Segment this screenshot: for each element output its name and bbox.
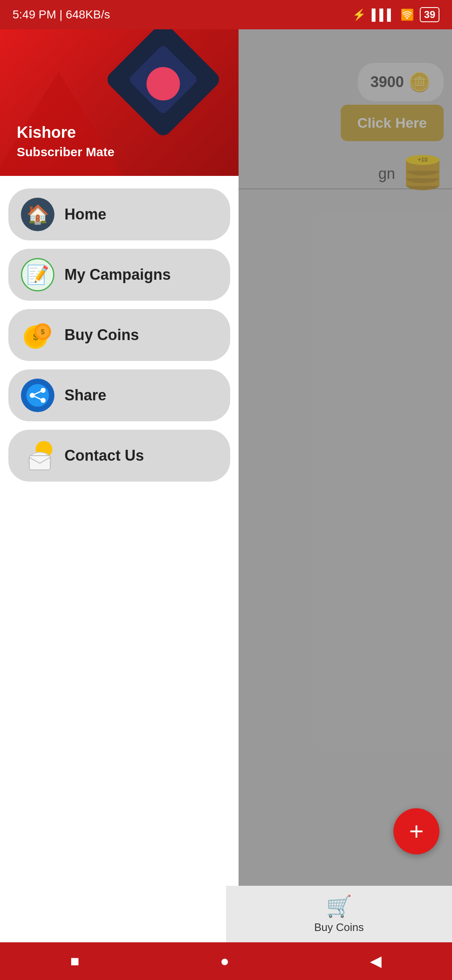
- drawer-username: Kishore: [17, 124, 76, 142]
- share-icon: [21, 379, 54, 412]
- buy-coins-nav-label: Buy Coins: [314, 921, 364, 934]
- menu-item-contact[interactable]: Contact Us: [8, 430, 230, 482]
- signal-icon: ▌▌▌: [372, 8, 395, 21]
- menu-item-buy-coins[interactable]: $ $ Buy Coins: [8, 309, 230, 361]
- record-button-decoration: [146, 67, 180, 101]
- home-icon: 🏠: [21, 198, 54, 231]
- cart-icon: 🛒: [326, 894, 352, 918]
- back-button[interactable]: ◀: [370, 952, 382, 970]
- share-svg: [26, 384, 49, 407]
- home-icon-glyph: 🏠: [26, 204, 49, 225]
- campaigns-icon: 📝: [21, 258, 54, 291]
- android-nav-bar: ■ ● ◀: [0, 942, 452, 980]
- navigation-drawer: Kishore Subscriber Mate 🏠 Home 📝 My Camp…: [0, 29, 239, 980]
- status-time: 5:49 PM | 648KB/s: [13, 8, 110, 21]
- coins-icon: $ $: [21, 318, 54, 352]
- share-label: Share: [64, 387, 106, 404]
- fab-button[interactable]: +: [393, 808, 439, 854]
- contact-label: Contact Us: [64, 447, 144, 464]
- contact-svg: [21, 439, 54, 472]
- home-button[interactable]: ●: [220, 952, 229, 970]
- coins-svg: $ $: [21, 318, 54, 352]
- fab-icon: +: [409, 819, 424, 844]
- drawer-menu: 🏠 Home 📝 My Campaigns $: [0, 176, 239, 980]
- campaigns-label: My Campaigns: [64, 266, 171, 284]
- svg-text:$: $: [41, 328, 45, 335]
- menu-item-campaigns[interactable]: 📝 My Campaigns: [8, 249, 230, 301]
- status-icons: ⚡ ▌▌▌ 🛜 39: [352, 7, 439, 22]
- campaigns-icon-glyph: 📝: [26, 264, 49, 286]
- status-bar: 5:49 PM | 648KB/s ⚡ ▌▌▌ 🛜 39: [0, 0, 452, 29]
- home-label: Home: [64, 206, 106, 223]
- menu-item-home[interactable]: 🏠 Home: [8, 188, 230, 240]
- bottom-nav[interactable]: 🛒 Buy Coins: [226, 886, 452, 942]
- bottom-nav-buy-coins[interactable]: 🛒 Buy Coins: [314, 894, 364, 934]
- wifi-icon: 🛜: [401, 8, 414, 21]
- battery-indicator: 39: [420, 7, 439, 22]
- drawer-subtitle: Subscriber Mate: [17, 145, 114, 159]
- menu-item-share[interactable]: Share: [8, 369, 230, 421]
- drawer-header: Kishore Subscriber Mate: [0, 29, 239, 176]
- stop-button[interactable]: ■: [70, 952, 80, 970]
- buy-coins-label: Buy Coins: [64, 326, 139, 344]
- contact-icon: [21, 439, 54, 472]
- bluetooth-icon: ⚡: [352, 8, 366, 21]
